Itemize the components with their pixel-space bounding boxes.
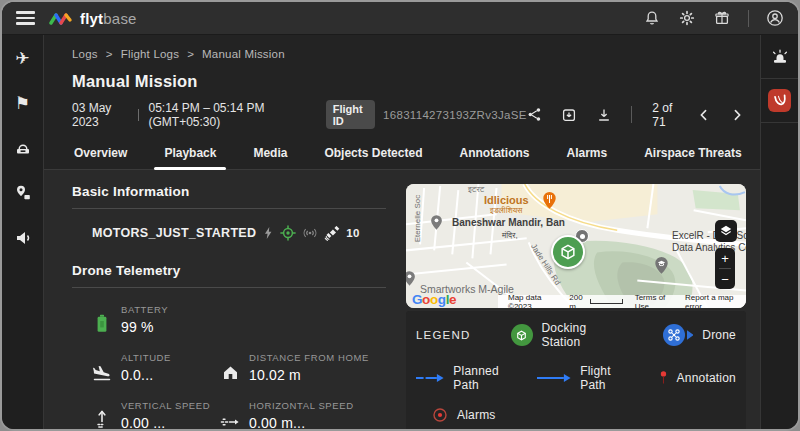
map-pin-box-icon — [14, 184, 32, 202]
top-header: flytbase — [2, 2, 798, 35]
info-column: Basic Information MOTORS_JUST_STARTED 10… — [72, 184, 406, 421]
docking-station-marker[interactable] — [551, 235, 585, 269]
altitude-plane-icon — [92, 363, 112, 383]
horizontal-speed-label: HORIZONTAL SPEED — [249, 400, 354, 411]
altitude-value: 0.0... — [121, 367, 171, 383]
zoom-out-button[interactable]: − — [715, 269, 735, 289]
rewards-gift-icon[interactable] — [713, 9, 731, 27]
report-map-error-link[interactable]: Report a map error — [685, 293, 740, 309]
map-scale-bar — [590, 299, 623, 304]
poi-marker[interactable] — [406, 270, 416, 287]
drone-legend-icon — [663, 324, 685, 346]
layers-icon — [719, 224, 733, 238]
airplane-icon: ✈ — [15, 48, 29, 69]
right-rail — [760, 35, 798, 429]
map-label-temple: Baneshwar Mandir, Ban — [452, 217, 565, 228]
distance-value: 10.02 m — [249, 367, 369, 383]
breadcrumb-separator: > — [187, 48, 194, 60]
tab-annotations[interactable]: Annotations — [457, 142, 531, 169]
share-icon[interactable] — [527, 106, 542, 123]
download-icon[interactable] — [596, 106, 612, 123]
sidebar-item-announcements[interactable] — [9, 224, 37, 252]
tab-playback[interactable]: Playback — [162, 142, 218, 169]
flytbase-logo[interactable]: flytbase — [49, 10, 137, 27]
vertical-speed-icon — [92, 410, 112, 431]
map-data-label: Map data ©2023 — [508, 293, 557, 309]
meta-divider — [138, 109, 139, 121]
map-label-temple-hindi: मंदिर, — [502, 231, 518, 241]
pagination-label: 2 of 71 — [652, 101, 676, 129]
partner-app-badge[interactable] — [768, 89, 791, 112]
sidebar-item-locations[interactable] — [9, 179, 37, 207]
alarm-siren-icon[interactable] — [769, 46, 791, 68]
notifications-bell-icon[interactable] — [643, 9, 661, 27]
gps-lock-icon — [280, 225, 296, 241]
hamburger-menu-icon[interactable] — [16, 11, 35, 25]
flight-map[interactable]: इटरट Eternelle Soc Idlicious इडलीशियस Ba… — [406, 184, 746, 308]
zoom-in-button[interactable]: + — [715, 248, 735, 268]
tab-media[interactable]: Media — [251, 142, 289, 169]
drone-heading-arrow — [687, 330, 694, 340]
legend-drone-label: Drone — [702, 328, 736, 342]
actions-divider — [631, 106, 632, 123]
save-icon[interactable] — [561, 106, 577, 123]
horizontal-speed-telemetry: HORIZONTAL SPEED 0.00 m... — [220, 400, 354, 431]
docking-station-legend-icon — [511, 324, 533, 346]
legend-title: LEGEND — [416, 329, 471, 341]
flight-id-chip: Flight ID — [326, 100, 375, 129]
dock-icon — [14, 139, 32, 157]
altitude-telemetry: ALTITUDE 0.0... — [92, 352, 220, 383]
distance-label: DISTANCE FROM HOME — [249, 352, 369, 363]
legend-alarms-label: Alarms — [457, 408, 496, 422]
flight-path-legend-icon — [537, 372, 571, 384]
drone-telemetry-heading: Drone Telemetry — [72, 263, 386, 278]
battery-telemetry: BATTERY 99 % — [92, 304, 220, 335]
flight-time-range: 05:14 PM – 05:14 PM (GMT+05:30) — [148, 101, 301, 129]
annotation-legend-icon — [659, 368, 668, 388]
horizontal-speed-value: 0.00 m... — [249, 415, 354, 431]
tab-bar: Overview Playback Media Objects Detected… — [44, 142, 760, 170]
sidebar-item-docks[interactable] — [9, 134, 37, 162]
flytbase-logo-icon — [49, 10, 75, 27]
distance-telemetry: DISTANCE FROM HOME 10.02 m — [220, 352, 369, 383]
flight-id-value: 1683114273193ZRv3JaSE — [383, 109, 527, 121]
map-scale-label: 200 m — [569, 293, 588, 309]
map-attribution: Map data ©2023 200 m Terms of Use Report… — [498, 295, 746, 308]
tab-objects-detected[interactable]: Objects Detected — [322, 142, 424, 169]
basic-information-heading: Basic Information — [72, 184, 386, 199]
breadcrumb-logs[interactable]: Logs — [72, 48, 98, 60]
chevron-left-icon[interactable] — [697, 106, 711, 123]
home-icon — [220, 364, 240, 383]
profile-avatar-icon[interactable] — [766, 9, 784, 27]
poi-marker[interactable] — [430, 214, 443, 231]
main-panel: Logs > Flight Logs > Manual Mission Manu… — [44, 35, 760, 429]
tab-overview[interactable]: Overview — [72, 142, 129, 169]
sidebar-item-missions[interactable]: ⚑ — [9, 89, 37, 117]
battery-icon — [92, 314, 112, 335]
legend-annotation-label: Annotation — [677, 371, 736, 385]
map-column: इटरट Eternelle Soc Idlicious इडलीशियस Ba… — [406, 184, 746, 421]
app-window: flytbase ✈ ⚑ — [0, 0, 800, 431]
flag-icon: ⚑ — [15, 93, 30, 114]
horizontal-speed-icon — [220, 415, 240, 431]
terms-of-use-link[interactable]: Terms of Use — [635, 293, 673, 309]
tab-alarms[interactable]: Alarms — [564, 142, 609, 169]
vertical-speed-telemetry: VERTICAL SPEED 0.00 ... — [92, 400, 220, 431]
playback-content: Basic Information MOTORS_JUST_STARTED 10… — [44, 170, 760, 429]
map-layers-button[interactable] — [715, 220, 737, 242]
college-marker[interactable] — [654, 256, 669, 275]
chevron-right-icon[interactable] — [730, 106, 744, 123]
alarms-legend-icon — [432, 407, 448, 423]
planned-path-legend-icon — [416, 372, 444, 384]
battery-value: 99 % — [121, 319, 168, 335]
tab-airspace-threats[interactable]: Airspace Threats — [642, 142, 743, 169]
restaurant-marker[interactable] — [542, 191, 557, 210]
google-logo[interactable]: Google — [412, 292, 456, 307]
drone-status-row: MOTORS_JUST_STARTED 10 — [92, 225, 386, 241]
breadcrumb-flight-logs[interactable]: Flight Logs — [121, 48, 179, 60]
settings-gear-icon[interactable] — [678, 9, 696, 27]
legend-planned-label: Planned Path — [453, 364, 509, 392]
partner-app-logo-icon — [773, 94, 787, 107]
dock-cube-icon — [558, 242, 578, 262]
sidebar-item-flights[interactable]: ✈ — [9, 44, 37, 72]
